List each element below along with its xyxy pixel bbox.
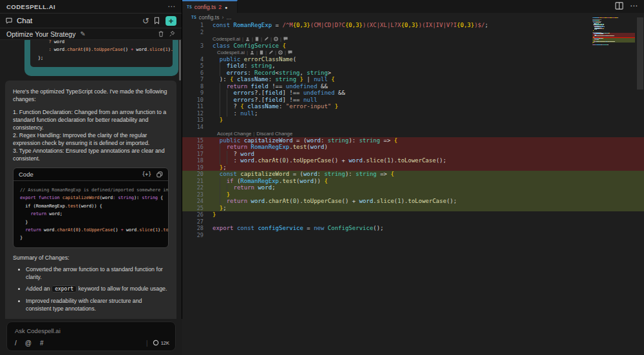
comment-icon[interactable] <box>283 37 288 41</box>
codelens-row[interactable]: Codespell.ai||||| <box>182 49 644 56</box>
sidebar-more-icon[interactable]: ⋯ <box>167 3 175 10</box>
chat-tab-label[interactable]: Chat <box>17 17 138 24</box>
chat-message-list[interactable]: ? word : word.charAt(0).toUpperCase() + … <box>0 40 182 320</box>
code-line[interactable]: 10 errors?.[field] !== null <box>182 97 644 104</box>
line-number: 11 <box>182 103 204 110</box>
code-line[interactable]: 5 field: string, <box>182 62 644 70</box>
code-text: errors?.[field] !== undefined && <box>213 90 345 97</box>
code-line[interactable]: 2 <box>182 29 644 36</box>
code-line[interactable]: 12 : null; <box>182 110 644 117</box>
code-line[interactable]: 23 } <box>182 191 644 198</box>
insert-code-icon[interactable]: {+} <box>142 171 151 177</box>
code-lines[interactable]: 1const RomanRegExp = /^M{0,3}(CM|CD|D?C{… <box>182 22 644 238</box>
code-line[interactable]: 21 if (RomanRegExp.test(word)) { <box>182 178 644 185</box>
code-text: }; <box>213 164 227 171</box>
copy-icon[interactable] <box>156 171 163 178</box>
edit-session-icon[interactable]: ✎ <box>80 31 85 37</box>
accept-change-link[interactable]: Accept Change <box>217 131 251 137</box>
code-line[interactable]: 11 ? { className: "error-input" } <box>182 103 644 110</box>
indent-guide <box>220 178 220 185</box>
prompt-toolbar: / @ # | 12K <box>15 339 169 347</box>
minimap-line <box>592 17 618 18</box>
line-number: 4 <box>182 56 204 62</box>
code-line[interactable]: 20 const capitalizeWord = (word: string)… <box>182 171 644 178</box>
doc-icon[interactable] <box>255 37 259 41</box>
code-line[interactable]: 17 ? word <box>182 151 644 158</box>
indent-guide <box>220 90 220 97</box>
code-line[interactable]: 19 }; <box>182 164 644 171</box>
line-number: 25 <box>182 205 204 211</box>
line-number: 14 <box>182 124 204 130</box>
trash-icon[interactable] <box>158 30 164 37</box>
tab-filename: config.ts <box>194 4 216 10</box>
line-number: 16 <box>182 144 204 150</box>
ai-avatar-icon[interactable] <box>250 50 254 55</box>
code-line[interactable]: 1const RomanRegExp = /^M{0,3}(CM|CD|D?C{… <box>182 22 644 29</box>
code-line[interactable]: 13 } <box>182 117 644 124</box>
code-text: public capitalizeWord = (word: string): … <box>213 137 397 144</box>
line-number: 23 <box>182 191 204 198</box>
indent-guide <box>220 144 220 151</box>
codelens-row[interactable]: Accept Change|Discard Change <box>182 130 644 137</box>
codelens-row[interactable]: Codespell.ai||||| <box>182 35 644 43</box>
ai-avatar-icon[interactable] <box>245 37 250 41</box>
breadcrumb[interactable]: TS config.ts › … <box>191 14 232 21</box>
pencil-icon[interactable] <box>264 37 269 41</box>
indent-guide <box>220 83 220 90</box>
code-line[interactable]: 22 return word; <box>182 184 644 191</box>
breadcrumb-symbol[interactable]: … <box>226 14 232 21</box>
discard-change-link[interactable]: Discard Change <box>256 131 292 137</box>
code-line[interactable]: 15 public capitalizeWord = (word: string… <box>182 137 644 144</box>
pencil-icon[interactable] <box>269 50 273 55</box>
gear-icon[interactable] <box>274 37 278 41</box>
code-text: ? { className: "error-input" } <box>213 103 338 110</box>
session-toolbar: Optimize Your Strategy ✎ <box>0 28 182 40</box>
editor-scrollbar-thumb[interactable] <box>637 17 643 90</box>
line-number: 2 <box>182 29 204 35</box>
code-line[interactable]: 14 <box>182 124 644 131</box>
comment-icon[interactable] <box>288 50 292 55</box>
code-line[interactable]: 9 errors?.[field] !== undefined && <box>182 90 644 97</box>
history-icon[interactable]: ↺ <box>142 17 149 25</box>
codelens-codespell-link[interactable]: Codespell.ai <box>217 50 245 55</box>
code-line[interactable]: 28export const configService = new Confi… <box>182 225 644 232</box>
prompt-input[interactable]: Ask Codespell.ai / @ # | 12K <box>6 321 176 351</box>
code-line[interactable]: 6 errors: Record<string, string> <box>182 70 644 77</box>
pin-icon[interactable] <box>169 30 175 37</box>
code-line[interactable]: 4 public errorClassName( <box>182 56 644 63</box>
new-chat-button[interactable]: + <box>166 16 176 26</box>
code-line[interactable]: 16 return RomanRegExp.test(word) <box>182 144 644 151</box>
minimap[interactable] <box>592 17 635 50</box>
breadcrumb-file[interactable]: config.ts <box>199 14 220 21</box>
code-line[interactable]: 3class ConfigService { <box>182 43 644 50</box>
split-editor-icon[interactable] <box>615 2 623 10</box>
code-line[interactable]: 27 <box>182 218 644 225</box>
line-number: 8 <box>182 83 204 90</box>
code-line[interactable]: 18 : word.charAt(0).toUpperCase() + word… <box>182 157 644 164</box>
gear-icon[interactable] <box>278 50 283 55</box>
unsaved-dot-icon[interactable]: ● <box>225 5 227 10</box>
code-line[interactable]: 29 <box>182 232 644 239</box>
editor-more-icon[interactable]: ⋯ <box>630 2 638 10</box>
doc-icon[interactable] <box>260 50 263 55</box>
code-line[interactable]: 7 ): { className: string } | null { <box>182 76 644 83</box>
code-line[interactable]: 8 return field !== undefined && <box>182 83 644 90</box>
slash-command-icon[interactable]: / <box>15 340 17 347</box>
tab-config-ts[interactable]: TS config.ts 2 ● <box>182 0 238 13</box>
code-line[interactable]: 24 return word.charAt(0).toUpperCase() +… <box>182 198 644 205</box>
breadcrumb-ts-icon: TS <box>191 15 196 20</box>
code-line[interactable]: 26} <box>182 211 644 218</box>
indent-guide <box>220 157 220 164</box>
codelens-codespell-link[interactable]: Codespell.ai <box>213 36 240 42</box>
context-tag-icon[interactable]: # <box>40 340 44 347</box>
line-number: 21 <box>182 178 204 184</box>
summary-title: Summary of Changes: <box>13 254 169 261</box>
mention-icon[interactable]: @ <box>25 340 32 347</box>
minimap-line <box>592 44 609 45</box>
sidebar-scrollbar-thumb[interactable] <box>179 40 181 81</box>
code-text: field: string, <box>213 62 276 70</box>
bookmark-icon[interactable] <box>153 17 160 24</box>
token-count: 12K <box>161 340 169 346</box>
indent-guide <box>220 198 220 205</box>
code-line[interactable]: 25 }; <box>182 205 644 212</box>
